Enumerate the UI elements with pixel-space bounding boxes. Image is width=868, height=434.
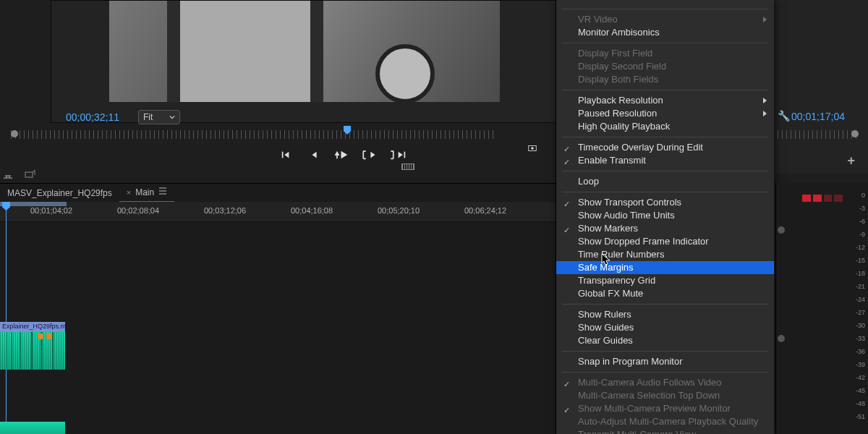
meter-db-label: -21: [849, 283, 865, 290]
timeline-clip[interactable]: [0, 422, 65, 434]
menu-time-ruler-numbers[interactable]: Time Ruler Numbers: [556, 248, 774, 261]
menu-display-second-field[interactable]: Display Second Field: [556, 60, 774, 73]
clip-audio-waveform[interactable]: [0, 332, 65, 370]
out-timecode[interactable]: 00;01;17;04: [791, 111, 845, 122]
wrench-icon[interactable]: 🔧: [778, 110, 790, 122]
audio-meter-peaks: [802, 195, 843, 205]
svg-rect-1: [282, 152, 284, 158]
meter-db-label: -15: [849, 257, 865, 264]
meter-db-label: -45: [849, 387, 865, 394]
menu-playback-resolution[interactable]: Playback Resolution: [556, 94, 774, 107]
menu-mc-audio-follows[interactable]: ✓Multi-Camera Audio Follows Video: [556, 376, 774, 389]
meter-db-label: -48: [849, 400, 865, 407]
menu-monitor-ambisonics[interactable]: Monitor Ambisonics: [556, 26, 774, 39]
timeline-mark: 00;02;08;04: [117, 206, 159, 215]
format-indicator-icon: [401, 163, 414, 170]
menu-snap-program[interactable]: Snap in Program Monitor: [556, 355, 774, 368]
panel-tools: [2, 169, 35, 180]
menu-timecode-overlay[interactable]: ✓Timecode Overlay During Edit: [556, 141, 774, 154]
bracket-out-icon[interactable]: [386, 149, 398, 161]
menu-paused-resolution[interactable]: Paused Resolution: [556, 107, 774, 120]
menu-mc-auto-adjust[interactable]: Auto-Adjust Multi-Camera Playback Qualit…: [556, 415, 774, 428]
check-icon: ✓: [563, 156, 570, 169]
menu-display-both-fields[interactable]: Display Both Fields: [556, 73, 774, 86]
timeline-panel: 00;01;04;02 00;02;08;04 00;03;12;06 00;0…: [0, 202, 557, 434]
submenu-arrow-icon: [763, 17, 767, 22]
menu-enable-transmit[interactable]: ✓Enable Transmit: [556, 154, 774, 167]
svg-rect-0: [336, 156, 338, 158]
menu-safe-margins[interactable]: Safe Margins: [556, 261, 774, 274]
submenu-arrow-icon: [763, 111, 767, 116]
menu-show-transport[interactable]: ✓Show Transport Controls: [556, 196, 774, 209]
meter-db-label: -27: [849, 309, 865, 316]
audio-meters-panel: 0-3-6-9-12-15-18-21-24-27-30-33-36-39-42…: [775, 183, 868, 434]
menu-show-guides[interactable]: Show Guides: [556, 321, 774, 334]
insert-icon[interactable]: [2, 169, 14, 180]
meter-db-label: -36: [849, 348, 865, 355]
meter-db-label: -33: [849, 335, 865, 342]
menu-high-quality-playback[interactable]: High Quality Playback: [556, 120, 774, 133]
tab-source-label: MASV_Explainer_HQ29fps: [7, 188, 112, 198]
submenu-arrow-icon: [763, 98, 767, 103]
svg-rect-5: [25, 172, 33, 177]
menu-global-fx-mute[interactable]: Global FX Mute: [556, 287, 774, 300]
meter-bar: [834, 195, 843, 202]
clip-marker-icon[interactable]: [46, 333, 52, 339]
meter-bar: [813, 195, 822, 202]
svg-rect-2: [404, 152, 406, 158]
meter-bar: [802, 195, 811, 202]
monitor-time-ruler[interactable]: [11, 130, 495, 139]
timeline-mark: 00;01;04;02: [30, 206, 72, 215]
meter-db-label: -24: [849, 296, 865, 303]
timeline-clip[interactable]: Explainer_HQ29fps.m: [0, 322, 65, 370]
meter-db-label: -12: [849, 244, 865, 251]
timeline-mark: 00;03;12;06: [204, 206, 246, 215]
tab-source[interactable]: MASV_Explainer_HQ29fps: [0, 184, 119, 202]
mark-in-icon[interactable]: [331, 149, 343, 161]
track-target-icon[interactable]: [778, 335, 785, 342]
bracket-in-icon[interactable]: [359, 149, 370, 161]
menu-vr-video[interactable]: VR Video: [556, 13, 774, 26]
meter-db-label: -6: [849, 218, 865, 225]
timeline-playhead[interactable]: [6, 202, 7, 433]
program-monitor: 00;00;32;11 Fit: [51, 0, 557, 123]
menu-clear-guides[interactable]: Clear Guides: [556, 334, 774, 347]
chevron-down-icon: [169, 114, 175, 120]
meter-db-label: -3: [849, 205, 865, 212]
go-to-in-icon[interactable]: [280, 149, 292, 161]
meter-db-label: -51: [849, 413, 865, 420]
menu-show-audio-time[interactable]: Show Audio Time Units: [556, 209, 774, 222]
meter-db-label: -30: [849, 322, 865, 329]
video-preview[interactable]: [109, 1, 500, 102]
overwrite-icon[interactable]: [24, 169, 35, 180]
menu-transparency-grid[interactable]: Transparency Grid: [556, 274, 774, 287]
meter-db-label: -42: [849, 374, 865, 381]
ruler-playhead[interactable]: [344, 126, 351, 135]
menu-mc-transmit[interactable]: Transmit Multi-Camera View: [556, 428, 774, 434]
menu-show-rulers[interactable]: Show Rulers: [556, 308, 774, 321]
ruler-start-handle[interactable]: [11, 130, 18, 137]
tab-main[interactable]: × Main: [119, 183, 174, 203]
ruler-end-handle[interactable]: [851, 130, 859, 137]
secondary-ruler[interactable]: [778, 130, 859, 139]
menu-show-dropped[interactable]: Show Dropped Frame Indicator: [556, 235, 774, 248]
menu-mc-selection-top[interactable]: Multi-Camera Selection Top Down: [556, 389, 774, 402]
step-back-icon[interactable]: [309, 149, 320, 161]
meter-db-label: -9: [849, 231, 865, 238]
menu-show-markers[interactable]: ✓Show Markers: [556, 222, 774, 235]
zoom-fit-dropdown[interactable]: Fit: [138, 110, 180, 124]
menu-display-first-field[interactable]: Display First Field: [556, 47, 774, 60]
close-icon[interactable]: ×: [127, 188, 131, 197]
hamburger-icon[interactable]: [158, 187, 167, 197]
playhead-timecode[interactable]: 00;00;32;11: [66, 111, 119, 123]
clip-marker-icon[interactable]: [38, 333, 43, 339]
meter-db-label: -18: [849, 270, 865, 277]
add-button[interactable]: +: [847, 153, 855, 169]
export-frame-icon[interactable]: [527, 142, 538, 154]
menu-mc-show-preview[interactable]: ✓Show Multi-Camera Preview Monitor: [556, 402, 774, 415]
monitor-settings-menu: VR Video Monitor Ambisonics Display Firs…: [556, 0, 774, 434]
track-target-icon[interactable]: [778, 226, 785, 234]
menu-loop[interactable]: Loop: [556, 175, 774, 188]
transport-controls: [51, 142, 557, 167]
timeline-ruler[interactable]: 00;01;04;02 00;02;08;04 00;03;12;06 00;0…: [0, 202, 557, 222]
